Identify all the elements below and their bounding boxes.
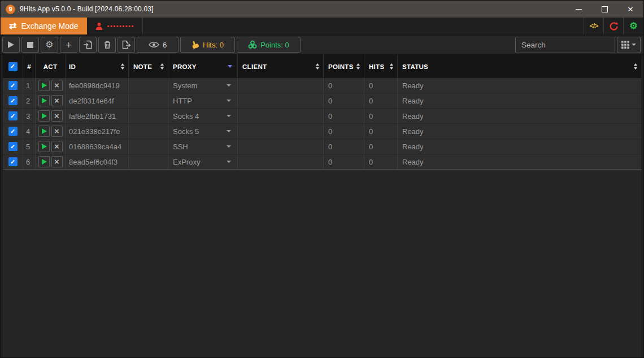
proxy-select[interactable]: Socks 4	[168, 109, 238, 123]
export-button[interactable]	[118, 37, 135, 53]
tab-row: ⇄ Exchange Mode ••••••••• </> ⚙	[1, 18, 643, 36]
proxy-select[interactable]: System	[168, 78, 238, 93]
tab-exchange-mode[interactable]: ⇄ Exchange Mode	[1, 18, 87, 34]
maximize-button[interactable]	[591, 1, 617, 18]
header-status[interactable]: STATUS	[398, 55, 641, 78]
settings-button[interactable]: ⚙	[624, 18, 643, 34]
session-note[interactable]	[129, 139, 168, 154]
session-note[interactable]	[129, 93, 168, 108]
row-remove-button[interactable]: ×	[51, 126, 63, 137]
hits-hand-icon	[190, 40, 201, 50]
row-checkbox[interactable]: ✓	[8, 81, 18, 90]
row-checkbox[interactable]: ✓	[8, 157, 18, 166]
session-id: de2f8314e64f	[66, 93, 129, 108]
session-id: 021e338e217fe	[66, 124, 129, 139]
row-remove-button[interactable]: ×	[51, 80, 63, 91]
maximize-icon	[602, 6, 608, 12]
row-remove-button[interactable]: ×	[51, 156, 63, 167]
columns-button[interactable]	[617, 37, 641, 53]
header-points[interactable]: POINTS	[324, 55, 364, 78]
row-checkbox[interactable]: ✓	[8, 142, 18, 151]
header-num: #	[23, 55, 36, 78]
stop-all-button[interactable]	[21, 37, 39, 53]
header-select-all[interactable]: ✓	[3, 55, 23, 78]
play-icon	[42, 159, 47, 165]
user-icon	[95, 22, 103, 31]
x-icon: ×	[54, 142, 59, 150]
row-checkbox[interactable]: ✓	[8, 127, 18, 136]
sort-icon	[634, 63, 637, 70]
dev-console-button[interactable]: </>	[584, 18, 604, 34]
row-start-button[interactable]	[38, 156, 50, 167]
session-status: Ready	[398, 78, 641, 93]
row-remove-button[interactable]: ×	[51, 95, 63, 106]
row-start-button[interactable]	[38, 126, 50, 137]
chevron-down-icon	[227, 84, 231, 87]
proxy-select[interactable]: ExProxy	[168, 154, 238, 169]
session-points: 0	[324, 124, 364, 139]
table-row: ✓ 2 × de2f8314e64f HTTP 0 0 Ready	[3, 93, 641, 109]
delete-button[interactable]	[98, 37, 116, 53]
row-start-button[interactable]	[38, 110, 50, 122]
visible-count: 6	[163, 41, 167, 49]
minimize-button[interactable]	[565, 1, 591, 18]
import-button[interactable]	[79, 37, 97, 53]
session-status: Ready	[398, 139, 641, 154]
session-points: 0	[324, 109, 364, 123]
row-start-button[interactable]	[38, 80, 50, 91]
session-hits: 0	[364, 124, 398, 139]
session-client	[238, 154, 324, 169]
header-proxy[interactable]: PROXY	[168, 55, 238, 78]
proxy-select[interactable]: Socks 5	[168, 124, 238, 139]
session-note[interactable]	[129, 78, 168, 93]
search-input[interactable]	[515, 37, 615, 53]
table-row: ✓ 5 × 01688639ca4a4 SSH 0 0 Ready	[3, 139, 641, 154]
header-id[interactable]: ID	[66, 55, 129, 78]
header-note[interactable]: NOTE	[129, 55, 168, 78]
table-row: ✓ 4 × 021e338e217fe Socks 5 0 0 Ready	[3, 124, 641, 139]
close-button[interactable]: ×	[617, 1, 643, 18]
row-number: 1	[23, 78, 36, 93]
row-start-button[interactable]	[38, 95, 50, 106]
session-points: 0	[324, 93, 364, 108]
session-note[interactable]	[129, 124, 168, 139]
row-remove-button[interactable]: ×	[51, 141, 63, 152]
select-all-checkbox[interactable]: ✓	[8, 62, 18, 71]
header-client[interactable]: CLIENT	[238, 55, 324, 78]
row-checkbox[interactable]: ✓	[8, 96, 18, 105]
row-remove-button[interactable]: ×	[51, 110, 63, 122]
points-counter-button[interactable]: Points: 0	[237, 37, 301, 53]
session-hits: 0	[364, 78, 398, 93]
main-area: ✓ # ACT ID NOTE PROXY CLIENT POINTS HITS…	[1, 55, 643, 357]
row-checkbox[interactable]: ✓	[8, 111, 18, 120]
add-session-button[interactable]: +	[60, 37, 77, 53]
trash-icon	[103, 40, 112, 49]
row-number: 2	[23, 93, 36, 108]
play-icon	[42, 128, 47, 134]
session-id: faf8e2fbb1731	[66, 109, 129, 123]
table-row: ✓ 3 × faf8e2fbb1731 Socks 4 0 0 Ready	[3, 109, 641, 124]
proxy-select[interactable]: HTTP	[168, 93, 238, 108]
start-all-button[interactable]	[2, 37, 20, 53]
chevron-down-icon	[632, 44, 636, 46]
hits-counter-button[interactable]: Hits: 0	[180, 37, 235, 53]
header-hits[interactable]: HITS	[364, 55, 398, 78]
refresh-button[interactable]	[604, 18, 624, 34]
session-note[interactable]	[129, 109, 168, 123]
session-settings-button[interactable]: ⚙	[41, 37, 58, 53]
session-points: 0	[324, 154, 364, 169]
gear-icon: ⚙	[45, 40, 53, 49]
x-icon: ×	[54, 157, 59, 166]
visible-sessions-button[interactable]: 6	[137, 37, 179, 53]
chevron-down-icon	[227, 161, 231, 163]
session-hits: 0	[364, 139, 398, 154]
session-note[interactable]	[129, 154, 168, 169]
tab-user-token[interactable]: •••••••••	[87, 18, 143, 34]
play-icon	[42, 83, 47, 88]
refresh-icon	[609, 21, 619, 31]
session-hits: 0	[364, 154, 398, 169]
grid-icon	[621, 41, 629, 49]
minimize-icon	[576, 9, 582, 10]
row-start-button[interactable]	[38, 141, 50, 152]
proxy-select[interactable]: SSH	[168, 139, 238, 154]
